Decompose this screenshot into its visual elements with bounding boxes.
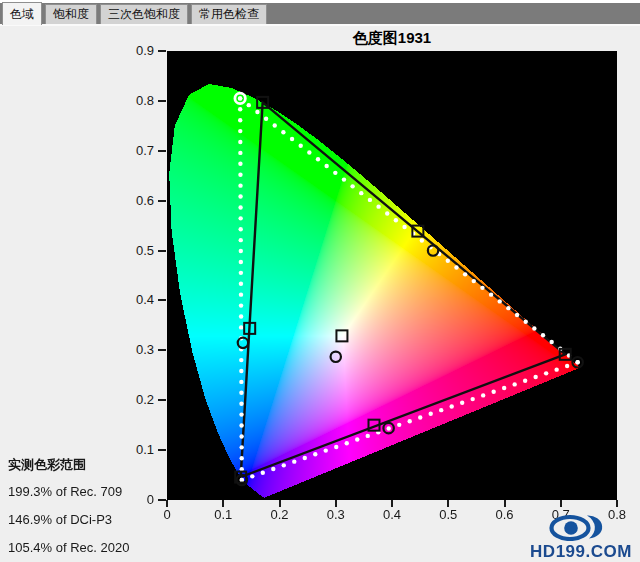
y-tick: [158, 100, 166, 102]
y-tick-label: 0.5: [112, 243, 154, 258]
y-tick: [158, 349, 166, 351]
chromaticity-diagram-1931: [167, 51, 617, 500]
x-tick: [447, 500, 449, 507]
y-tick: [158, 250, 166, 252]
y-tick-label: 0.4: [112, 292, 154, 307]
logo-text: HD199.COM: [524, 542, 638, 562]
x-tick: [391, 500, 393, 507]
hd199-logo: HD199.COM: [524, 514, 638, 562]
x-tick: [616, 500, 618, 507]
tab-2[interactable]: 三次色饱和度: [100, 4, 188, 24]
x-tick-label: 0.2: [260, 507, 300, 522]
tab-bar: 色域饱和度三次色饱和度常用色检查: [0, 0, 640, 26]
y-tick-label: 0.3: [112, 342, 154, 357]
y-tick: [158, 499, 166, 501]
result-dcip3: 146.9% of DCi-P3: [8, 512, 129, 527]
tab-1[interactable]: 饱和度: [45, 4, 97, 24]
y-tick: [158, 200, 166, 202]
results-heading: 实测色彩范围: [8, 456, 129, 474]
y-tick: [158, 50, 166, 52]
y-tick: [158, 150, 166, 152]
y-tick: [158, 449, 166, 451]
tab-0[interactable]: 色域: [2, 2, 42, 25]
result-rec2020: 105.4% of Rec. 2020: [8, 540, 129, 555]
chart-title: 色度图1931: [167, 29, 617, 48]
x-tick-label: 0.1: [203, 507, 243, 522]
y-tick-label: 0.6: [112, 193, 154, 208]
y-tick-label: 0.9: [112, 43, 154, 58]
tab-3[interactable]: 常用色检查: [191, 4, 267, 24]
y-tick-label: 0.8: [112, 93, 154, 108]
x-tick: [222, 500, 224, 507]
x-tick: [279, 500, 281, 507]
x-tick: [166, 500, 168, 507]
y-tick: [158, 399, 166, 401]
y-tick: [158, 299, 166, 301]
x-tick-label: 0: [147, 507, 187, 522]
y-tick-label: 0.2: [112, 392, 154, 407]
x-tick: [504, 500, 506, 507]
x-tick: [560, 500, 562, 507]
result-rec709: 199.3% of Rec. 709: [8, 484, 129, 499]
x-tick-label: 0.4: [372, 507, 412, 522]
x-tick-label: 0.6: [485, 507, 525, 522]
x-tick-label: 0.3: [316, 507, 356, 522]
x-tick-label: 0.5: [428, 507, 468, 522]
eye-icon: [549, 514, 613, 541]
results-panel: 实测色彩范围 199.3% of Rec. 709 146.9% of DCi-…: [8, 456, 129, 562]
y-tick-label: 0.1: [112, 442, 154, 457]
y-tick-label: 0.7: [112, 143, 154, 158]
x-tick: [335, 500, 337, 507]
